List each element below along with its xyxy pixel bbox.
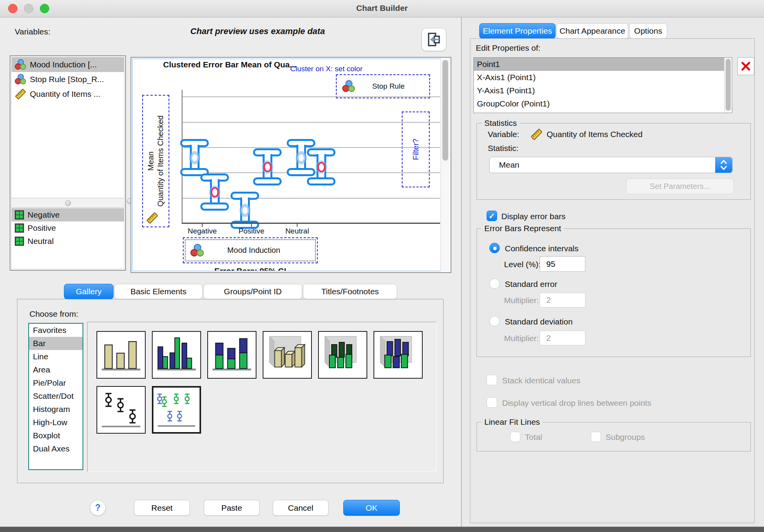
- x-tick-label: Positive: [228, 227, 275, 235]
- statistic-label: Statistic:: [488, 144, 518, 153]
- type-item-area[interactable]: Area: [29, 363, 83, 376]
- chevron-up-down-icon: [719, 159, 728, 171]
- remove-element-button[interactable]: [737, 57, 754, 75]
- stack-identical-values-checkbox[interactable]: [487, 375, 497, 385]
- move-to-panel-button[interactable]: [422, 28, 446, 51]
- se-multiplier-input[interactable]: [540, 293, 585, 307]
- cluster-hint-label: Cluster on X: set color: [290, 65, 363, 73]
- tab-gallery[interactable]: Gallery: [64, 284, 114, 299]
- point-marker: [317, 162, 325, 172]
- variable-item-stop-rule[interactable]: Stop Rule [Stop_R...: [12, 72, 124, 87]
- category-item-neutral[interactable]: Neutral: [12, 235, 124, 248]
- preview-scrollbar[interactable]: [441, 58, 450, 271]
- simple-3d-bar-icon[interactable]: [263, 331, 312, 379]
- cluster-drop-zone[interactable]: Stop Rule: [336, 74, 430, 98]
- type-item-high-low[interactable]: High-Low: [29, 416, 83, 429]
- tab-basic-elements[interactable]: Basic Elements: [114, 284, 203, 299]
- property-item-groupcolor[interactable]: GroupColor (Point1): [474, 97, 732, 110]
- ok-button[interactable]: OK: [343, 500, 400, 516]
- simple-error-bar-icon[interactable]: [96, 386, 146, 434]
- variable-label: Mood Induction [...: [30, 60, 97, 69]
- x-tick: [202, 224, 203, 227]
- simple-bar-icon[interactable]: [96, 331, 146, 379]
- tab-titles-footnotes[interactable]: Titles/Footnotes: [303, 284, 397, 299]
- total-checkbox[interactable]: [510, 432, 520, 442]
- type-item-scatter-dot[interactable]: Scatter/Dot: [29, 390, 83, 403]
- gridline: [182, 96, 440, 97]
- reset-button[interactable]: Reset: [134, 500, 190, 516]
- confidence-intervals-radio[interactable]: [489, 243, 500, 253]
- properties-scrollbar-thumb[interactable]: [726, 59, 731, 111]
- categories-list: Negative Positive Neutral: [12, 208, 124, 269]
- type-item-bar[interactable]: Bar: [29, 337, 83, 350]
- tab-label: Groups/Point ID: [224, 287, 282, 296]
- x-axis-drop-zone-inner: Mood Induction: [185, 239, 316, 261]
- stack-identical-values-label: Stack identical values: [502, 376, 580, 385]
- cancel-button[interactable]: Cancel: [273, 500, 329, 516]
- property-label: X-Axis1 (Point1): [477, 73, 536, 82]
- category-grid-icon: [15, 223, 24, 233]
- dropdown-stepper[interactable]: [715, 157, 732, 173]
- category-item-negative[interactable]: Negative: [12, 208, 124, 221]
- category-label: Negative: [28, 210, 60, 220]
- category-item-positive[interactable]: Positive: [12, 221, 124, 235]
- standard-error-radio[interactable]: [489, 278, 500, 289]
- point-marker: [263, 162, 272, 172]
- type-label: Area: [33, 365, 50, 374]
- statistics-group: Statistics Variable: Quantity of Items C…: [477, 123, 751, 200]
- type-item-boxplot[interactable]: Boxplot: [29, 429, 83, 442]
- scale-variable-icon: [530, 128, 543, 141]
- tab-options[interactable]: Options: [629, 23, 667, 39]
- property-item-y-axis1[interactable]: Y-Axis1 (Point1): [474, 84, 732, 97]
- set-parameters-button[interactable]: Set Parameters...: [626, 178, 734, 194]
- variable-item-quantity[interactable]: Quantity of Items ...: [12, 87, 124, 101]
- tab-groups-point-id[interactable]: Groups/Point ID: [203, 284, 302, 299]
- edit-properties-label: Edit Properties of:: [476, 43, 540, 53]
- chart-preview-canvas: Clustered Error Bar Mean of Qua... Clust…: [132, 58, 450, 271]
- x-axis-drop-zone[interactable]: Mood Induction: [183, 237, 318, 263]
- window-bottom-edge: [0, 527, 764, 532]
- property-label: Y-Axis1 (Point1): [477, 86, 535, 95]
- paste-button[interactable]: Paste: [204, 500, 260, 516]
- display-error-bars-label: Display error bars: [501, 212, 566, 221]
- type-label: Favorites: [33, 326, 66, 335]
- subgroups-checkbox[interactable]: [591, 432, 601, 442]
- tab-chart-appearance[interactable]: Chart Appearance: [556, 23, 628, 39]
- type-item-dual-axes[interactable]: Dual Axes: [29, 442, 83, 455]
- display-error-bars-checkbox[interactable]: ✓: [487, 211, 497, 221]
- nominal-variable-icon: [15, 59, 26, 70]
- preview-scrollbar-thumb[interactable]: [442, 60, 448, 161]
- variables-splitter[interactable]: [12, 198, 124, 208]
- type-item-line[interactable]: Line: [29, 350, 83, 363]
- nominal-variable-icon: [342, 80, 355, 93]
- tab-label: Options: [634, 26, 662, 36]
- stacked-bar-icon[interactable]: [207, 331, 256, 379]
- type-item-pie-polar[interactable]: Pie/Polar: [29, 376, 83, 390]
- variable-item-mood-induction[interactable]: Mood Induction [...: [12, 57, 124, 72]
- type-item-favorites[interactable]: Favorites: [29, 324, 83, 337]
- property-item-x-axis1[interactable]: X-Axis1 (Point1): [474, 71, 732, 84]
- drop-lines-checkbox[interactable]: [487, 397, 497, 408]
- filter-drop-zone[interactable]: Filter?: [402, 112, 430, 187]
- level-label: Level (%):: [504, 260, 541, 269]
- clustered-bar-icon[interactable]: [152, 331, 201, 379]
- tab-element-properties[interactable]: Element Properties: [479, 23, 556, 39]
- y-axis-drop-zone[interactable]: Mean Quantity of Items Checked: [142, 95, 169, 227]
- clustered-3d-bar-icon[interactable]: [318, 331, 367, 379]
- variables-panel-inner: Mood Induction [... Stop Rule [Stop_R...…: [11, 57, 124, 269]
- level-input[interactable]: [540, 256, 585, 272]
- properties-scrollbar[interactable]: [724, 58, 732, 113]
- type-item-histogram[interactable]: Histogram: [29, 403, 83, 416]
- property-item-point1[interactable]: Point1: [474, 58, 732, 71]
- error-bar-neutral-2[interactable]: [307, 148, 336, 185]
- x-tick: [297, 224, 298, 227]
- error-bar-negative-2[interactable]: [200, 173, 229, 211]
- standard-deviation-radio[interactable]: [489, 316, 500, 326]
- clustered-error-bar-icon[interactable]: [152, 386, 201, 434]
- sd-multiplier-input[interactable]: [540, 331, 585, 345]
- statistic-dropdown[interactable]: Mean: [489, 157, 733, 173]
- error-bar-negative-1[interactable]: [180, 139, 209, 176]
- stacked-3d-bar-icon[interactable]: [373, 331, 423, 379]
- help-button[interactable]: ?: [90, 500, 106, 516]
- error-bar-positive-1[interactable]: [253, 148, 282, 185]
